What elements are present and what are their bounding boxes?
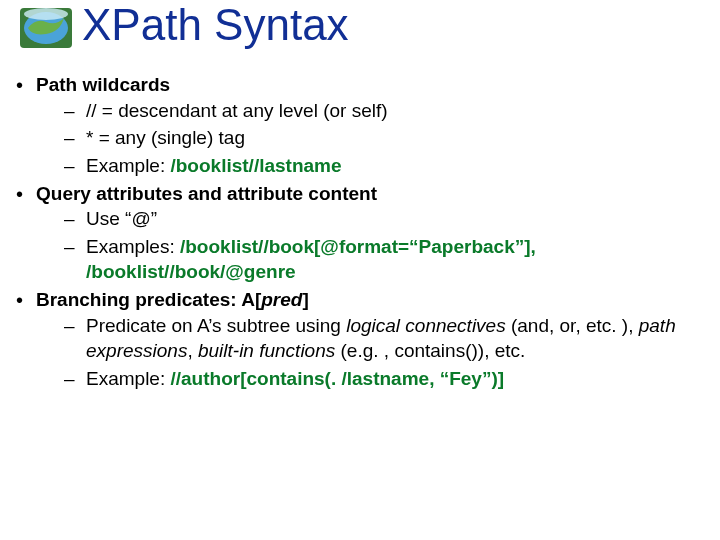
sub-item: * = any (single) tag — [36, 125, 708, 151]
sub-item: Use “@” — [36, 206, 708, 232]
globe-icon — [16, 2, 76, 56]
bullet-head: Branching predicates: A[pred] — [36, 289, 309, 310]
bullet-head: Path wildcards — [36, 74, 170, 95]
code-example: /booklist//lastname — [170, 155, 341, 176]
sub-item: Predicate on A’s subtree using logical c… — [36, 313, 708, 364]
bullet-path-wildcards: Path wildcards // = descendant at any le… — [12, 72, 708, 179]
sub-item: // = descendant at any level (or self) — [36, 98, 708, 124]
slide-body: Path wildcards // = descendant at any le… — [12, 72, 708, 394]
bullet-branching-predicates: Branching predicates: A[pred] Predicate … — [12, 287, 708, 392]
slide-title: XPath Syntax — [82, 0, 349, 50]
bullet-head: Query attributes and attribute content — [36, 183, 377, 204]
bullet-query-attributes: Query attributes and attribute content U… — [12, 181, 708, 286]
sub-item: Example: //author[contains(. /lastname, … — [36, 366, 708, 392]
sub-item: Example: /booklist//lastname — [36, 153, 708, 179]
sub-item: Examples: /booklist//book[@format=“Paper… — [36, 234, 708, 285]
slide-icon — [16, 2, 76, 56]
code-example: //author[contains(. /lastname, “Fey”)] — [170, 368, 504, 389]
svg-point-2 — [24, 8, 68, 20]
